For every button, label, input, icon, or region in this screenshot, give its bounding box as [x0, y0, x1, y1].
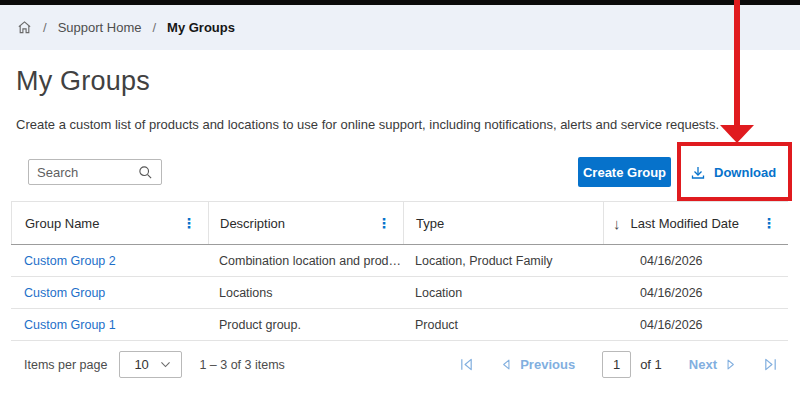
download-label: Download	[714, 165, 776, 180]
current-page-input[interactable]	[602, 351, 631, 378]
table-row: Custom Group Locations Location 04/16/20…	[11, 277, 788, 309]
chevron-left-icon	[500, 358, 513, 371]
column-header-type[interactable]: Type	[403, 202, 603, 244]
column-header-description[interactable]: Description ⋮	[208, 202, 403, 244]
last-page-icon[interactable]	[762, 357, 778, 373]
group-name-cell: Custom Group 1	[11, 318, 208, 332]
page-title: My Groups	[16, 66, 150, 97]
create-group-button[interactable]: Create Group	[578, 157, 671, 187]
column-header-last-modified[interactable]: ↓ Last Modified Date ⋮	[603, 202, 788, 244]
table-row: Custom Group 1 Product group. Product 04…	[11, 309, 788, 341]
annotation-arrow-head	[720, 125, 754, 143]
column-label: Type	[416, 216, 444, 231]
previous-label: Previous	[520, 357, 575, 372]
group-link[interactable]: Custom Group	[24, 286, 105, 300]
description-cell: Product group.	[208, 318, 403, 332]
first-page-icon[interactable]	[458, 357, 474, 373]
column-menu-icon[interactable]: ⋮	[182, 216, 196, 230]
chevron-right-icon	[724, 358, 737, 371]
groups-table: Group Name ⋮ Description ⋮ Type ↓ Last M…	[11, 201, 788, 388]
table-row: Custom Group 2 Combination location and …	[11, 245, 788, 277]
breadcrumb: / Support Home / My Groups	[0, 5, 800, 50]
breadcrumb-separator: /	[152, 20, 156, 35]
breadcrumb-my-groups: My Groups	[167, 20, 235, 35]
table-footer: Items per page 10 1 – 3 of 3 items	[11, 341, 788, 388]
column-label: Last Modified Date	[631, 216, 739, 231]
type-cell: Product	[403, 318, 603, 332]
search-input[interactable]	[37, 165, 138, 180]
next-page-button[interactable]: Next	[689, 357, 737, 372]
next-label: Next	[689, 357, 717, 372]
download-button[interactable]: Download	[690, 160, 776, 185]
total-pages-label: of 1	[640, 357, 662, 372]
page-description: Create a custom list of products and loc…	[16, 117, 719, 132]
breadcrumb-support-home[interactable]: Support Home	[58, 20, 142, 35]
my-groups-page: / Support Home / My Groups My Groups Cre…	[0, 0, 800, 418]
table-header-row: Group Name ⋮ Description ⋮ Type ↓ Last M…	[11, 202, 788, 245]
column-menu-icon[interactable]: ⋮	[762, 216, 776, 230]
column-label: Description	[220, 216, 285, 231]
download-icon	[690, 165, 706, 181]
pagination-controls: Previous of 1 Next	[458, 351, 778, 378]
last-modified-cell: 04/16/2026	[603, 318, 788, 332]
group-name-cell: Custom Group	[11, 286, 208, 300]
description-cell: Combination location and product ...	[208, 254, 403, 268]
last-modified-cell: 04/16/2026	[603, 254, 788, 268]
items-per-page-select[interactable]: 10	[119, 351, 182, 378]
group-link[interactable]: Custom Group 2	[24, 254, 116, 268]
breadcrumb-separator: /	[43, 20, 47, 35]
description-cell: Locations	[208, 286, 403, 300]
sort-desc-icon[interactable]: ↓	[613, 215, 621, 232]
last-modified-cell: 04/16/2026	[603, 286, 788, 300]
items-per-page-label: Items per page	[24, 358, 107, 372]
items-range-text: 1 – 3 of 3 items	[199, 358, 284, 372]
column-menu-icon[interactable]: ⋮	[377, 216, 391, 230]
group-link[interactable]: Custom Group 1	[24, 318, 116, 332]
column-header-group-name[interactable]: Group Name ⋮	[11, 202, 208, 244]
column-label: Group Name	[25, 216, 99, 231]
home-icon[interactable]	[17, 20, 32, 35]
previous-page-button[interactable]: Previous	[500, 357, 575, 372]
search-box[interactable]	[28, 159, 162, 185]
search-icon[interactable]	[138, 165, 153, 180]
type-cell: Location	[403, 286, 603, 300]
group-name-cell: Custom Group 2	[11, 254, 208, 268]
chevron-down-icon	[159, 358, 172, 371]
type-cell: Location, Product Family	[403, 254, 603, 268]
items-per-page-value: 10	[134, 357, 148, 372]
